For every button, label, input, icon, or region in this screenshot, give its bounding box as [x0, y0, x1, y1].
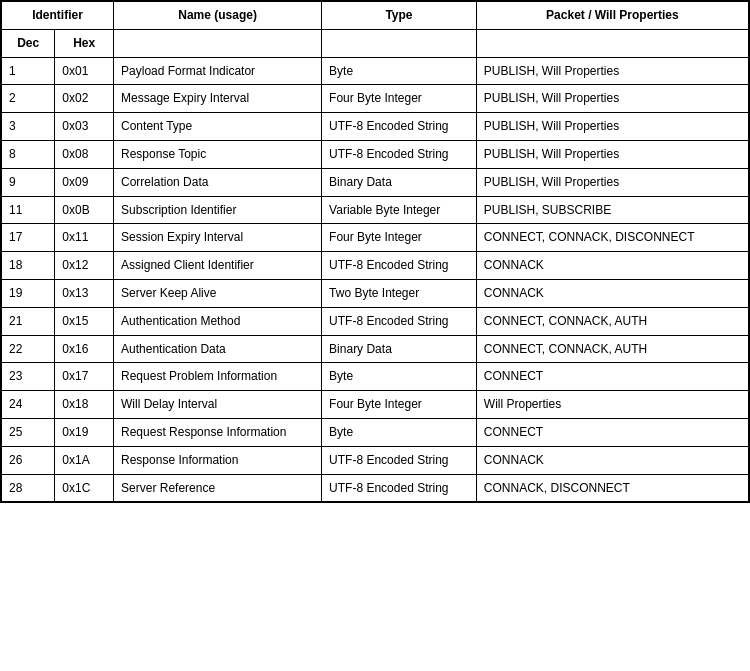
properties-table-container: Identifier Name (usage) Type Packet / Wi…	[0, 0, 750, 503]
cell-dec: 25	[2, 418, 55, 446]
header-identifier: Identifier	[2, 2, 114, 30]
cell-packet: PUBLISH, Will Properties	[476, 57, 748, 85]
cell-packet: CONNECT, CONNACK, DISCONNECT	[476, 224, 748, 252]
cell-hex: 0x15	[55, 307, 114, 335]
header-type: Type	[322, 2, 477, 30]
cell-dec: 9	[2, 168, 55, 196]
cell-hex: 0x12	[55, 252, 114, 280]
cell-name: Server Keep Alive	[114, 279, 322, 307]
header-type-empty	[322, 29, 477, 57]
cell-dec: 21	[2, 307, 55, 335]
cell-hex: 0x17	[55, 363, 114, 391]
cell-packet: CONNECT	[476, 418, 748, 446]
cell-hex: 0x03	[55, 113, 114, 141]
cell-hex: 0x02	[55, 85, 114, 113]
table-row: 190x13Server Keep AliveTwo Byte IntegerC…	[2, 279, 749, 307]
cell-type: Variable Byte Integer	[322, 196, 477, 224]
cell-packet: PUBLISH, Will Properties	[476, 140, 748, 168]
cell-dec: 23	[2, 363, 55, 391]
table-row: 80x08Response TopicUTF-8 Encoded StringP…	[2, 140, 749, 168]
table-row: 230x17Request Problem InformationByteCON…	[2, 363, 749, 391]
cell-name: Subscription Identifier	[114, 196, 322, 224]
cell-type: UTF-8 Encoded String	[322, 113, 477, 141]
cell-type: Binary Data	[322, 168, 477, 196]
cell-packet: CONNECT, CONNACK, AUTH	[476, 307, 748, 335]
cell-packet: Will Properties	[476, 391, 748, 419]
header-name-empty	[114, 29, 322, 57]
cell-packet: CONNACK, DISCONNECT	[476, 474, 748, 502]
header-dec: Dec	[2, 29, 55, 57]
table-row: 90x09Correlation DataBinary DataPUBLISH,…	[2, 168, 749, 196]
table-row: 20x02Message Expiry IntervalFour Byte In…	[2, 85, 749, 113]
cell-packet: CONNACK	[476, 252, 748, 280]
cell-name: Message Expiry Interval	[114, 85, 322, 113]
cell-dec: 1	[2, 57, 55, 85]
cell-dec: 8	[2, 140, 55, 168]
cell-packet: PUBLISH, Will Properties	[476, 168, 748, 196]
cell-packet: PUBLISH, Will Properties	[476, 113, 748, 141]
cell-packet: CONNACK	[476, 446, 748, 474]
cell-hex: 0x09	[55, 168, 114, 196]
cell-type: Two Byte Integer	[322, 279, 477, 307]
table-body: 10x01Payload Format IndicatorBytePUBLISH…	[2, 57, 749, 502]
cell-type: UTF-8 Encoded String	[322, 474, 477, 502]
cell-type: UTF-8 Encoded String	[322, 140, 477, 168]
cell-type: UTF-8 Encoded String	[322, 307, 477, 335]
cell-dec: 19	[2, 279, 55, 307]
cell-dec: 2	[2, 85, 55, 113]
cell-name: Request Problem Information	[114, 363, 322, 391]
cell-type: Byte	[322, 57, 477, 85]
cell-hex: 0x11	[55, 224, 114, 252]
cell-hex: 0x16	[55, 335, 114, 363]
cell-name: Will Delay Interval	[114, 391, 322, 419]
cell-hex: 0x18	[55, 391, 114, 419]
cell-hex: 0x19	[55, 418, 114, 446]
cell-dec: 24	[2, 391, 55, 419]
cell-dec: 18	[2, 252, 55, 280]
table-row: 240x18Will Delay IntervalFour Byte Integ…	[2, 391, 749, 419]
table-row: 110x0BSubscription IdentifierVariable By…	[2, 196, 749, 224]
cell-name: Payload Format Indicator	[114, 57, 322, 85]
cell-packet: CONNACK	[476, 279, 748, 307]
cell-hex: 0x1C	[55, 474, 114, 502]
header-name: Name (usage)	[114, 2, 322, 30]
cell-dec: 11	[2, 196, 55, 224]
cell-name: Response Information	[114, 446, 322, 474]
cell-dec: 17	[2, 224, 55, 252]
cell-hex: 0x01	[55, 57, 114, 85]
cell-name: Session Expiry Interval	[114, 224, 322, 252]
table-row: 250x19Request Response InformationByteCO…	[2, 418, 749, 446]
cell-hex: 0x0B	[55, 196, 114, 224]
cell-type: Four Byte Integer	[322, 85, 477, 113]
table-row: 210x15Authentication MethodUTF-8 Encoded…	[2, 307, 749, 335]
cell-name: Request Response Information	[114, 418, 322, 446]
cell-name: Server Reference	[114, 474, 322, 502]
cell-name: Content Type	[114, 113, 322, 141]
cell-type: Four Byte Integer	[322, 224, 477, 252]
cell-hex: 0x1A	[55, 446, 114, 474]
table-row: 280x1CServer ReferenceUTF-8 Encoded Stri…	[2, 474, 749, 502]
cell-name: Authentication Data	[114, 335, 322, 363]
table-row: 170x11Session Expiry IntervalFour Byte I…	[2, 224, 749, 252]
cell-packet: CONNECT	[476, 363, 748, 391]
cell-dec: 26	[2, 446, 55, 474]
cell-hex: 0x08	[55, 140, 114, 168]
cell-type: Byte	[322, 418, 477, 446]
table-row: 180x12Assigned Client IdentifierUTF-8 En…	[2, 252, 749, 280]
header-hex: Hex	[55, 29, 114, 57]
table-row: 220x16Authentication DataBinary DataCONN…	[2, 335, 749, 363]
header-packet: Packet / Will Properties	[476, 2, 748, 30]
table-row: 30x03Content TypeUTF-8 Encoded StringPUB…	[2, 113, 749, 141]
properties-table: Identifier Name (usage) Type Packet / Wi…	[1, 1, 749, 502]
table-row: 10x01Payload Format IndicatorBytePUBLISH…	[2, 57, 749, 85]
cell-name: Assigned Client Identifier	[114, 252, 322, 280]
cell-name: Correlation Data	[114, 168, 322, 196]
cell-dec: 22	[2, 335, 55, 363]
cell-type: Byte	[322, 363, 477, 391]
table-row: 260x1AResponse InformationUTF-8 Encoded …	[2, 446, 749, 474]
cell-name: Response Topic	[114, 140, 322, 168]
cell-type: Binary Data	[322, 335, 477, 363]
cell-type: UTF-8 Encoded String	[322, 252, 477, 280]
cell-type: Four Byte Integer	[322, 391, 477, 419]
cell-type: UTF-8 Encoded String	[322, 446, 477, 474]
